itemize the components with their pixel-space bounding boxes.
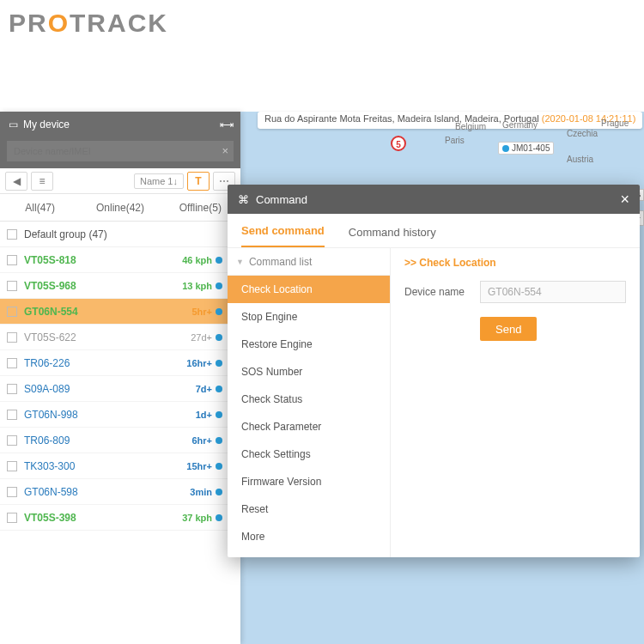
device-name: S09A-089	[24, 383, 196, 395]
device-row[interactable]: GT06N-9981d+ ▸	[0, 402, 240, 428]
device-name: VT05S-968	[24, 280, 182, 292]
device-status: 37 kph ▸	[182, 513, 234, 523]
command-item[interactable]: Check Settings	[228, 440, 390, 468]
device-row[interactable]: S09A-0897d+ ▸	[0, 376, 240, 402]
device-panel-title: My device	[23, 118, 70, 131]
device-row[interactable]: VT05S-62227d+ ▸	[0, 325, 240, 350]
list-icon[interactable]: ≡	[31, 172, 53, 191]
collapse-icon[interactable]: ⇤⇥	[220, 119, 232, 131]
device-checkbox[interactable]	[7, 513, 17, 523]
tab-send-command[interactable]: Send command	[241, 224, 325, 247]
map-place-label: Czechia	[567, 129, 598, 138]
device-search-input[interactable]	[7, 141, 234, 161]
map-device-label[interactable]: JM01-405	[498, 142, 554, 155]
device-status: 13 kph ▸	[182, 281, 234, 291]
command-modal: ⌘ Command × Send command Command history…	[228, 185, 640, 557]
tab-online[interactable]: Online(42)	[80, 194, 160, 221]
device-checkbox[interactable]	[7, 307, 17, 317]
device-row[interactable]: VT05S-96813 kph ▸	[0, 273, 240, 299]
device-checkbox[interactable]	[7, 255, 17, 265]
map-place-label: Belgium	[455, 122, 486, 131]
device-row[interactable]: VT05S-81846 kph ▸	[0, 247, 240, 273]
device-name-label: Device name	[404, 286, 471, 298]
map-cluster-marker[interactable]: 5	[391, 136, 406, 151]
command-item[interactable]: Reset	[228, 495, 390, 523]
device-row[interactable]: TR06-8096hr+ ▸	[0, 428, 240, 453]
command-item[interactable]: Firmware Version	[228, 468, 390, 495]
device-row[interactable]: TK303-30015hr+ ▸	[0, 453, 240, 479]
device-checkbox[interactable]	[7, 384, 17, 394]
device-search: ×	[0, 137, 240, 168]
status-dot-icon	[216, 514, 222, 521]
device-checkbox[interactable]	[7, 435, 17, 446]
status-dot-icon	[216, 386, 222, 392]
command-item[interactable]: Check Parameter	[228, 413, 390, 440]
status-dot-icon	[216, 334, 222, 341]
device-row[interactable]: GT06N-5983min ▸	[0, 479, 240, 505]
t-toggle[interactable]: T	[187, 172, 210, 191]
device-name: TR06-809	[24, 434, 191, 447]
command-item[interactable]: Restore Engine	[228, 331, 390, 358]
command-list: ▼ Command list Check LocationStop Engine…	[228, 248, 391, 557]
device-row[interactable]: GT06N-5545hr+ ▸	[0, 299, 240, 325]
command-item[interactable]: Check Status	[228, 386, 390, 413]
command-item[interactable]: Stop Engine	[228, 303, 390, 331]
status-dot-icon	[216, 437, 222, 444]
status-dot-icon	[216, 308, 222, 315]
command-item[interactable]: Check Location	[228, 276, 390, 303]
device-name: VT05S-398	[24, 512, 182, 524]
device-status: 16hr+ ▸	[186, 358, 234, 368]
device-panel: ▭ My device ⇤⇥ × ◀ ≡ Name 1↓ T ⋯ All(47)…	[0, 112, 240, 644]
device-checkbox[interactable]	[7, 332, 17, 343]
device-name: GT06N-998	[24, 409, 196, 421]
close-icon[interactable]: ×	[620, 191, 629, 209]
device-row[interactable]: TR06-22616hr+ ▸	[0, 350, 240, 376]
status-dot-icon	[216, 257, 222, 264]
command-item[interactable]: More	[228, 523, 390, 550]
device-toolbar: ◀ ≡ Name 1↓ T ⋯	[0, 168, 240, 194]
device-name: TK303-300	[24, 460, 186, 472]
device-checkbox[interactable]	[7, 358, 17, 368]
device-row[interactable]: VT05S-39837 kph ▸	[0, 505, 240, 531]
device-filter-tabs: All(47) Online(42) Offline(5)	[0, 194, 240, 222]
back-icon[interactable]: ◀	[5, 172, 27, 191]
device-name: VT05S-622	[24, 331, 191, 343]
tab-all[interactable]: All(47)	[0, 194, 80, 221]
map-address-bar: Rua do Aspirante Mota Freitas, Madeira I…	[258, 112, 642, 129]
command-list-header[interactable]: ▼ Command list	[228, 248, 390, 276]
command-icon: ⌘	[238, 193, 249, 206]
device-name-field[interactable]	[480, 281, 626, 303]
status-dot-icon	[216, 489, 222, 495]
tab-command-history[interactable]: Command history	[349, 226, 436, 247]
status-dot-icon	[216, 360, 222, 367]
device-checkbox[interactable]	[7, 281, 17, 291]
status-dot-icon	[216, 283, 222, 289]
command-modal-title: Command	[256, 193, 307, 206]
status-dot-icon	[216, 463, 222, 470]
device-name: VT05S-818	[24, 254, 182, 266]
map-place-label: Prague	[601, 118, 629, 128]
device-group-header[interactable]: Default group (47) ▾	[0, 222, 240, 247]
map-place-label: Austria	[567, 155, 593, 164]
map-place-label: Germany	[502, 120, 538, 130]
brand-logo: PROTRACK	[9, 9, 168, 38]
group-checkbox[interactable]	[7, 229, 17, 240]
device-name: GT06N-554	[24, 306, 191, 318]
map-place-label: Paris	[445, 136, 465, 145]
device-status: 46 kph ▸	[182, 255, 234, 265]
send-button[interactable]: Send	[480, 317, 537, 341]
command-modal-header: ⌘ Command ×	[228, 185, 640, 214]
clear-search-icon[interactable]: ×	[222, 144, 228, 157]
app: Rua do Aspirante Mota Freitas, Madeira I…	[0, 112, 644, 644]
device-checkbox[interactable]	[7, 410, 17, 420]
device-checkbox[interactable]	[7, 487, 17, 497]
command-detail: >> Check Location Device name Send	[391, 248, 640, 557]
sort-button[interactable]: Name 1↓	[134, 173, 184, 189]
command-tabs: Send command Command history	[228, 214, 640, 248]
command-item[interactable]: SOS Number	[228, 358, 390, 386]
device-panel-header: ▭ My device ⇤⇥	[0, 112, 240, 137]
device-checkbox[interactable]	[7, 461, 17, 471]
status-dot-icon	[216, 411, 222, 418]
device-name: TR06-226	[24, 357, 186, 369]
chevron-down-icon: ▼	[236, 258, 244, 266]
